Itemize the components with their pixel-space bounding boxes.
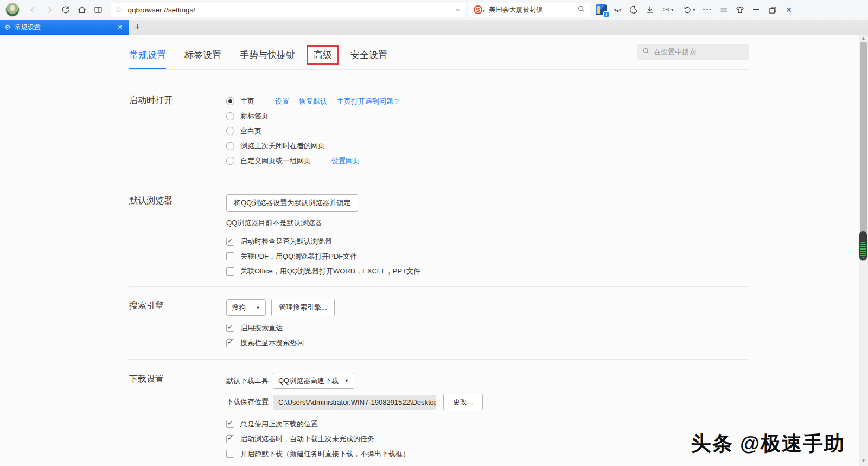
vertical-scrollbar[interactable] [859, 35, 868, 466]
close-icon [786, 5, 792, 15]
settings-tab-labels[interactable]: 标签设置 [184, 49, 221, 69]
screenshot-button[interactable]: ▾ [658, 2, 679, 17]
checkbox-associate-office[interactable] [226, 267, 234, 276]
app-center-icon: ! [596, 4, 607, 15]
toolbar-search-box[interactable]: S 美国会大厦被封锁 [469, 3, 590, 17]
check-row-hotwords: 搜索栏显示搜索热词 [226, 336, 749, 351]
sogou-engine-icon[interactable]: S [474, 5, 482, 14]
set-default-browser-button[interactable]: 将QQ浏览器设置为默认浏览器并锁定 [226, 194, 358, 212]
section-default-browser: 默认浏览器 将QQ浏览器设置为默认浏览器并锁定 QQ浏览器目前不是默认浏览器 启… [129, 182, 749, 287]
forward-button[interactable] [41, 2, 58, 17]
engine-dropdown-icon[interactable] [482, 5, 485, 15]
eye-protect-button[interactable] [609, 2, 626, 17]
settings-content: 常规设置 标签设置 手势与快捷键 高级 安全设置 启动时打开 主页 [0, 35, 868, 466]
address-dropdown-icon[interactable] [454, 6, 462, 14]
checkbox-direct-search[interactable] [226, 324, 234, 332]
restore-tabs-button[interactable]: ▾ [679, 2, 699, 17]
browser-toolbar: qqbrowser://settings/ S 美国会大厦被封锁 ! ▾ [0, 0, 868, 20]
checkbox-silent-download[interactable] [226, 450, 234, 458]
check-row-last-location: 总是使用上次下载的位置 [226, 417, 749, 432]
radio-homepage[interactable] [226, 97, 234, 105]
checkbox-silent-download-label: 开启静默下载（新建任务时直接下载，不弹出下载框） [240, 449, 410, 459]
app-center-button[interactable]: ! [593, 2, 609, 17]
checkbox-hotwords[interactable] [226, 339, 234, 347]
download-tool-selected-value: QQ浏览器高速下载 [278, 376, 339, 386]
back-button[interactable] [25, 2, 41, 17]
night-mode-button[interactable] [626, 2, 642, 17]
more-icon [703, 5, 712, 15]
checkbox-auto-resume-label: 启动浏览器时，自动下载上次未完成的任务 [240, 434, 374, 444]
custom-set-pages-link[interactable]: 设置网页 [331, 156, 360, 166]
check-row-office: 关联Office，用QQ浏览器打开WORD，EXCEL，PPT文件 [226, 264, 749, 279]
user-avatar[interactable] [5, 3, 20, 17]
hot-search-text[interactable]: 美国会大厦被封锁 [489, 5, 577, 15]
restore-window-button[interactable] [764, 2, 781, 17]
homepage-set-link[interactable]: 设置 [275, 97, 289, 106]
scrollbar-down-icon[interactable] [859, 458, 868, 465]
sogou-initial: S [476, 7, 480, 13]
startup-option-lastsession: 浏览上次关闭时在看的网页 [226, 139, 749, 154]
refresh-icon [61, 5, 71, 15]
startup-option-homepage: 主页 设置 恢复默认 主页打开遇到问题？ [226, 94, 749, 109]
settings-tab-general[interactable]: 常规设置 [129, 49, 166, 69]
gear-icon [4, 22, 11, 32]
radio-custom[interactable] [226, 157, 234, 165]
close-window-button[interactable] [781, 2, 797, 17]
settings-tab-gestures[interactable]: 手势与快捷键 [240, 49, 295, 69]
refresh-button[interactable] [58, 2, 74, 17]
tab-general-settings[interactable]: 常规设置 [0, 20, 129, 35]
checkbox-check-on-startup[interactable] [226, 238, 234, 246]
radio-lastsession[interactable] [226, 142, 234, 150]
checkbox-use-last-location[interactable] [226, 420, 234, 428]
section-download-title: 下载设置 [129, 373, 226, 462]
search-icon[interactable] [577, 5, 585, 15]
address-bar[interactable]: qqbrowser://settings/ [111, 3, 466, 17]
screenshot-dropdown-icon[interactable]: ▾ [671, 8, 673, 12]
settings-search-input[interactable] [654, 48, 735, 56]
radio-newtab[interactable] [226, 112, 234, 120]
checkbox-hotwords-label: 搜索栏显示搜索热词 [240, 338, 304, 348]
eye-icon [612, 5, 623, 15]
main-menu-button[interactable] [716, 2, 732, 17]
download-location-label: 下载保存位置 [226, 397, 273, 407]
reading-mode-button[interactable] [90, 2, 106, 17]
download-location-path: C:\Users\Administrator.WIN7-1908291522\D… [273, 395, 436, 410]
more-tools-button[interactable] [699, 2, 716, 17]
settings-search-box[interactable] [637, 44, 749, 60]
minimize-button[interactable] [748, 2, 764, 17]
section-search-engine-title: 搜索引擎 [129, 299, 226, 350]
scrollbar-thumb[interactable] [860, 42, 867, 233]
check-row-direct-search: 启用搜索直达 [226, 321, 749, 336]
download-button[interactable] [642, 2, 658, 17]
change-location-button[interactable]: 更改... [443, 394, 483, 410]
tab-close-button[interactable] [115, 22, 125, 32]
skin-button[interactable] [732, 2, 748, 17]
shirt-icon [735, 5, 745, 15]
download-tool-caret-icon: ▼ [344, 378, 349, 384]
home-button[interactable] [74, 2, 90, 17]
startup-option-blank: 空白页 [226, 124, 749, 139]
manage-search-engines-button[interactable]: 管理搜索引擎... [271, 299, 335, 316]
scrollbar-up-icon[interactable] [859, 36, 868, 42]
restore-dropdown-icon[interactable]: ▾ [693, 8, 695, 12]
checkbox-associate-office-label: 关联Office，用QQ浏览器打开WORD，EXCEL，PPT文件 [240, 266, 420, 276]
radio-custom-label: 自定义网页或一组网页 [240, 156, 311, 166]
bookmark-star-icon[interactable] [115, 5, 122, 15]
settings-tab-security[interactable]: 安全设置 [350, 49, 387, 69]
new-tab-button[interactable] [129, 20, 145, 35]
download-tool-select[interactable]: QQ浏览器高速下载 ▼ [273, 373, 354, 389]
radio-blank[interactable] [226, 127, 234, 135]
settings-tab-advanced[interactable]: 高级 [314, 49, 332, 69]
watermark-text: 头条 @极速手助 [691, 430, 845, 457]
checkbox-associate-pdf[interactable] [226, 252, 234, 260]
check-row-pdf: 关联PDF，用QQ浏览器打开PDF文件 [226, 249, 749, 264]
homepage-restore-default-link[interactable]: 恢复默认 [299, 97, 327, 106]
checkbox-auto-resume[interactable] [226, 435, 234, 443]
section-download: 下载设置 默认下载工具 QQ浏览器高速下载 ▼ 下载保存位置 C:\Users\… [129, 360, 749, 466]
checkbox-check-on-startup-label: 启动时检查是否为默认浏览器 [240, 237, 332, 246]
homepage-trouble-link[interactable]: 主页打开遇到问题？ [337, 97, 400, 106]
url-text[interactable]: qqbrowser://settings/ [127, 6, 454, 14]
tab-strip: 常规设置 [0, 20, 868, 35]
red-annotation-box[interactable]: 高级 [307, 45, 339, 65]
search-engine-select[interactable]: 搜狗 ▼ [226, 299, 266, 316]
